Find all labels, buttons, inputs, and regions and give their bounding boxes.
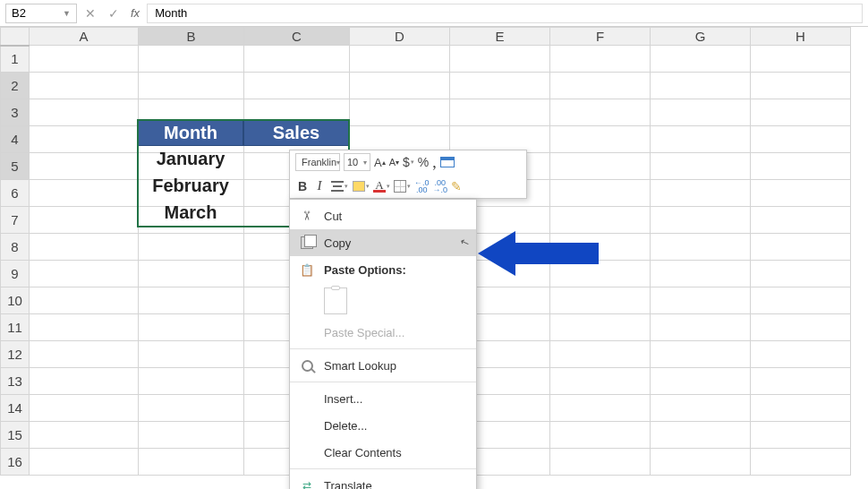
cell[interactable] — [30, 46, 139, 73]
align-center-button[interactable]: ▾ — [329, 177, 349, 195]
table-header-sales[interactable]: Sales — [243, 120, 349, 146]
row-head-12[interactable]: 12 — [1, 341, 30, 368]
cell[interactable] — [30, 368, 139, 395]
format-painter-button[interactable]: ✎ — [451, 177, 462, 195]
row-head-1[interactable]: 1 — [1, 46, 30, 73]
col-head-b[interactable]: B — [139, 28, 244, 46]
col-head-a[interactable]: A — [30, 28, 139, 46]
cell[interactable] — [350, 126, 450, 153]
cell[interactable] — [139, 422, 244, 449]
cell[interactable] — [751, 153, 851, 180]
cell[interactable] — [550, 368, 651, 395]
percent-button[interactable]: % — [418, 153, 429, 171]
menu-item-insert[interactable]: Insert... — [290, 385, 476, 412]
cell[interactable] — [751, 99, 851, 126]
cell[interactable] — [550, 99, 651, 126]
font-color-button[interactable]: A▾ — [373, 177, 390, 195]
menu-item-paste-default[interactable] — [290, 283, 476, 319]
bold-button[interactable]: B — [295, 177, 310, 195]
cell[interactable] — [651, 73, 751, 99]
row-head-13[interactable]: 13 — [1, 368, 30, 395]
row-head-16[interactable]: 16 — [1, 449, 30, 476]
row-head-10[interactable]: 10 — [1, 287, 30, 314]
cell[interactable] — [651, 207, 751, 234]
font-size-select[interactable]: 10 ▾ — [344, 153, 370, 171]
formula-input[interactable]: Month — [147, 4, 863, 23]
cell[interactable] — [350, 46, 450, 73]
cell[interactable] — [550, 395, 651, 422]
cell[interactable] — [550, 46, 651, 73]
cell[interactable] — [751, 395, 851, 422]
row-head-15[interactable]: 15 — [1, 422, 30, 449]
row-head-9[interactable]: 9 — [1, 261, 30, 287]
cell[interactable] — [550, 341, 651, 368]
cell[interactable] — [651, 287, 751, 314]
cell[interactable] — [751, 287, 851, 314]
cell[interactable] — [651, 341, 751, 368]
decrease-decimal-button[interactable]: .00→.0 — [433, 177, 448, 195]
chevron-down-icon[interactable]: ▼ — [63, 9, 71, 18]
cell[interactable] — [30, 234, 139, 261]
cell[interactable] — [30, 341, 139, 368]
cell[interactable] — [350, 99, 450, 126]
cell[interactable] — [244, 73, 350, 99]
select-all-corner[interactable] — [1, 28, 30, 46]
table-cell-month-1[interactable]: January — [138, 146, 243, 172]
cell[interactable] — [550, 314, 651, 341]
cell[interactable] — [751, 314, 851, 341]
menu-item-translate[interactable]: ⇄ Translate — [290, 472, 476, 489]
cell[interactable] — [651, 99, 751, 126]
cell[interactable] — [751, 368, 851, 395]
increase-decimal-button[interactable]: ←.0.00 — [414, 177, 430, 195]
row-head-3[interactable]: 3 — [1, 99, 30, 126]
format-as-table-button[interactable] — [440, 153, 455, 171]
cell[interactable] — [139, 368, 244, 395]
italic-button[interactable]: I — [313, 177, 326, 195]
menu-item-paste-special[interactable]: Paste Special... — [290, 319, 476, 346]
cell[interactable] — [350, 73, 450, 99]
accept-formula-button[interactable]: ✓ — [104, 4, 123, 23]
cell[interactable] — [651, 368, 751, 395]
cell[interactable] — [30, 180, 139, 207]
menu-item-delete[interactable]: Delete... — [290, 412, 476, 439]
cell[interactable] — [139, 73, 244, 99]
cell[interactable] — [751, 422, 851, 449]
name-box[interactable]: B2 ▼ — [5, 4, 77, 23]
row-head-2[interactable]: 2 — [1, 73, 30, 99]
shrink-font-button[interactable]: A▾ — [389, 153, 399, 171]
cell[interactable] — [30, 287, 139, 314]
col-head-d[interactable]: D — [350, 28, 450, 46]
cell[interactable] — [139, 287, 244, 314]
font-name-select[interactable]: Franklin ▾ — [295, 153, 340, 171]
cell[interactable] — [751, 261, 851, 287]
row-head-7[interactable]: 7 — [1, 207, 30, 234]
menu-item-smart-lookup[interactable]: Smart Lookup — [290, 352, 476, 379]
col-head-h[interactable]: H — [751, 28, 851, 46]
cell[interactable] — [651, 395, 751, 422]
cell[interactable] — [651, 422, 751, 449]
cell[interactable] — [30, 314, 139, 341]
col-head-c[interactable]: C — [244, 28, 350, 46]
row-head-14[interactable]: 14 — [1, 395, 30, 422]
cell[interactable] — [450, 46, 550, 73]
cell[interactable] — [30, 207, 139, 234]
cell[interactable] — [30, 126, 139, 153]
menu-item-copy[interactable]: Copy ↖ — [290, 229, 476, 256]
cell[interactable] — [550, 126, 651, 153]
cell[interactable] — [30, 422, 139, 449]
table-header-month[interactable]: Month — [138, 120, 243, 146]
menu-item-clear-contents[interactable]: Clear Contents — [290, 439, 476, 466]
col-head-g[interactable]: G — [651, 28, 751, 46]
cell[interactable] — [550, 422, 651, 449]
cell[interactable] — [751, 126, 851, 153]
row-head-6[interactable]: 6 — [1, 180, 30, 207]
table-cell-month-2[interactable]: February — [138, 173, 243, 199]
cell[interactable] — [139, 234, 244, 261]
cell[interactable] — [751, 234, 851, 261]
cell[interactable] — [244, 46, 350, 73]
row-head-8[interactable]: 8 — [1, 234, 30, 261]
cell[interactable] — [139, 395, 244, 422]
cell[interactable] — [651, 261, 751, 287]
cell[interactable] — [30, 395, 139, 422]
row-head-4[interactable]: 4 — [1, 126, 30, 153]
